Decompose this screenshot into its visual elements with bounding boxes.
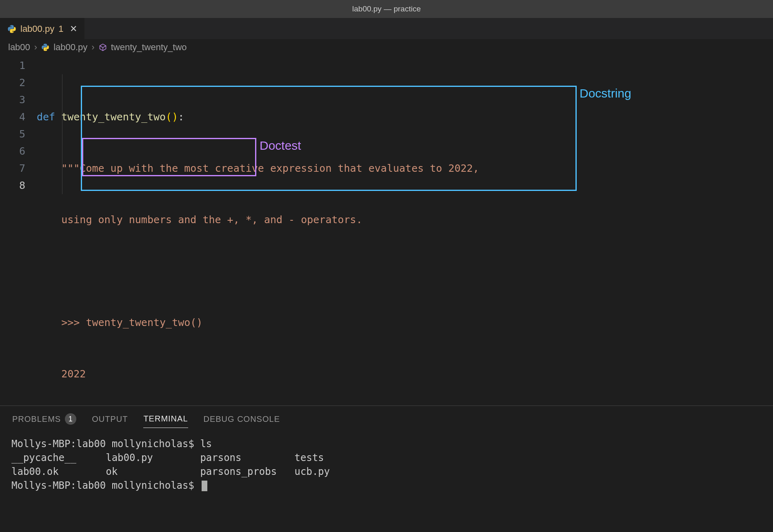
terminal-line: __pycache__ lab00.py parsons tests (11, 452, 324, 463)
terminal-line: lab00.ok ok parsons_probs ucb.py (11, 466, 330, 477)
terminal-content[interactable]: Mollys-MBP:lab00 mollynicholas$ ls __pyc… (0, 434, 773, 492)
window-title: lab00.py — practice (352, 4, 421, 13)
tab-output[interactable]: OUTPUT (92, 415, 128, 428)
code-line[interactable] (37, 263, 773, 280)
panel-tabs: PROBLEMS 1 OUTPUT TERMINAL DEBUG CONSOLE (0, 406, 773, 434)
code-line[interactable]: using only numbers and the +, *, and - o… (37, 211, 773, 228)
tab-debug-console[interactable]: DEBUG CONSOLE (204, 415, 280, 428)
line-number: 2 (0, 74, 25, 91)
tab-problems[interactable]: PROBLEMS 1 (12, 413, 76, 429)
symbol-method-icon (99, 43, 107, 51)
line-number: 4 (0, 109, 25, 126)
close-icon[interactable]: ✕ (70, 24, 77, 34)
code-line[interactable]: >>> twenty_twenty_two() (37, 314, 773, 331)
tab-filename: lab00.py (20, 24, 54, 34)
breadcrumb: lab00 › lab00.py › twenty_twenty_two (0, 39, 773, 55)
terminal-line: Mollys-MBP:lab00 mollynicholas$ (11, 480, 200, 491)
code-line[interactable]: def twenty_twenty_two(): (37, 109, 773, 126)
chevron-right-icon: › (34, 42, 37, 53)
terminal-cursor (202, 481, 207, 491)
crumb-symbol[interactable]: twenty_twenty_two (111, 42, 187, 53)
tab-modified-badge: 1 (58, 24, 63, 34)
python-icon (41, 43, 49, 51)
line-number: 5 (0, 126, 25, 143)
code-line[interactable]: 2022 (37, 366, 773, 383)
window-titlebar: lab00.py — practice (0, 0, 773, 18)
python-icon (7, 24, 16, 33)
terminal-line: Mollys-MBP:lab00 mollynicholas$ ls (11, 438, 212, 450)
bottom-panel: PROBLEMS 1 OUTPUT TERMINAL DEBUG CONSOLE… (0, 406, 773, 532)
editor-scrollbar[interactable] (766, 55, 773, 390)
crumb-folder[interactable]: lab00 (8, 42, 30, 53)
tab-terminal[interactable]: TERMINAL (143, 414, 188, 428)
line-number: 7 (0, 160, 25, 177)
line-number: 8 (0, 177, 25, 194)
crumb-file[interactable]: lab00.py (53, 42, 87, 53)
line-number: 3 (0, 91, 25, 109)
chevron-right-icon: › (91, 42, 94, 53)
problems-badge: 1 (65, 413, 76, 425)
code-line[interactable]: """Come up with the most creative expres… (37, 160, 773, 177)
line-number: 6 (0, 143, 25, 160)
editor-tabbar: lab00.py 1 ✕ (0, 18, 773, 39)
line-number: 1 (0, 57, 25, 74)
tab-lab00[interactable]: lab00.py 1 ✕ (0, 18, 84, 39)
